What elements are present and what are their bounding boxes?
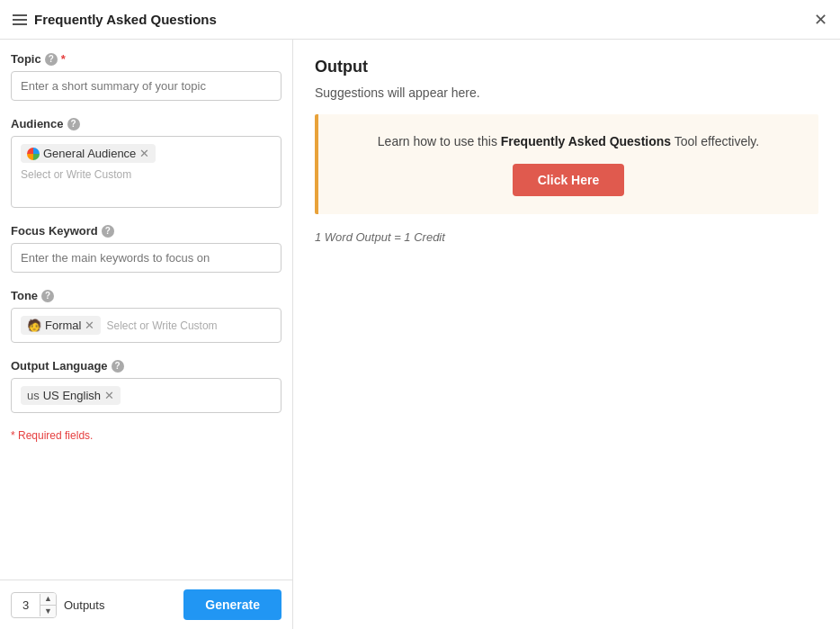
focus-keyword-input[interactable] xyxy=(11,243,281,273)
topic-help-icon[interactable]: ? xyxy=(45,53,58,66)
output-language-section: Output Language ? us US English ✕ xyxy=(11,359,281,413)
focus-keyword-section: Focus Keyword ? xyxy=(11,224,281,273)
credit-note: 1 Word Output = 1 Credit xyxy=(315,230,818,244)
right-panel: Output Suggestions will appear here. Lea… xyxy=(293,40,840,629)
audience-tag-box[interactable]: General Audience ✕ Select or Write Custo… xyxy=(11,136,281,208)
tone-help-icon[interactable]: ? xyxy=(41,290,54,302)
audience-tag-remove[interactable]: ✕ xyxy=(139,148,149,159)
click-here-button[interactable]: Click Here xyxy=(513,164,624,196)
audience-tag-general: General Audience ✕ xyxy=(21,144,156,163)
title-bar: Frequently Asked Questions ✕ xyxy=(0,0,840,40)
us-flag-icon: us xyxy=(27,389,40,402)
language-tag-text: US English xyxy=(43,389,101,402)
hamburger-icon[interactable] xyxy=(13,14,27,25)
tone-tag-formal: 🧑 Formal ✕ xyxy=(21,316,101,335)
suggestions-text: Suggestions will appear here. xyxy=(315,85,818,100)
topic-required-star: * xyxy=(61,52,66,66)
language-tag-remove[interactable]: ✕ xyxy=(104,390,114,401)
audience-tag-row: General Audience ✕ xyxy=(21,144,272,163)
focus-keyword-label: Focus Keyword ? xyxy=(11,224,281,238)
output-language-label: Output Language ? xyxy=(11,359,281,373)
outputs-label: Outputs xyxy=(64,598,105,612)
language-tag-box[interactable]: us US English ✕ xyxy=(11,378,281,413)
tone-tag-text: Formal xyxy=(45,319,81,332)
tone-section: Tone ? 🧑 Formal ✕ Select or Write Custom xyxy=(11,289,281,343)
audience-section: Audience ? General Audience ✕ Select or … xyxy=(11,117,281,208)
globe-icon xyxy=(27,148,40,160)
focus-keyword-help-icon[interactable]: ? xyxy=(102,225,114,238)
output-title: Output xyxy=(315,58,818,76)
topic-section: Topic ? * xyxy=(11,52,281,101)
main-layout: Topic ? * Audience ? General Audience xyxy=(0,40,840,629)
info-box-text: Learn how to use this Frequently Asked Q… xyxy=(378,132,759,151)
left-footer: 3 ▲ ▼ Outputs Generate xyxy=(0,580,292,629)
person-icon: 🧑 xyxy=(27,319,41,332)
left-content: Topic ? * Audience ? General Audience xyxy=(0,40,292,580)
info-box: Learn how to use this Frequently Asked Q… xyxy=(315,114,818,214)
page-title: Frequently Asked Questions xyxy=(34,12,217,27)
tool-name-bold: Frequently Asked Questions xyxy=(501,134,671,148)
output-language-help-icon[interactable]: ? xyxy=(112,360,124,373)
audience-tag-text: General Audience xyxy=(43,147,136,160)
topic-label: Topic ? * xyxy=(11,52,281,66)
language-tag-us-english: us US English ✕ xyxy=(21,386,121,405)
generate-button[interactable]: Generate xyxy=(183,589,281,620)
tone-label: Tone ? xyxy=(11,289,281,302)
stepper-arrows: ▲ ▼ xyxy=(40,593,56,617)
title-bar-left: Frequently Asked Questions xyxy=(13,12,217,27)
tone-tag-remove[interactable]: ✕ xyxy=(85,319,94,331)
outputs-value: 3 xyxy=(12,594,40,616)
audience-placeholder: Select or Write Custom xyxy=(21,168,272,181)
audience-label: Audience ? xyxy=(11,117,281,130)
tone-tag-box[interactable]: 🧑 Formal ✕ Select or Write Custom xyxy=(11,308,281,343)
stepper-down-arrow[interactable]: ▼ xyxy=(40,606,56,617)
stepper-up-arrow[interactable]: ▲ xyxy=(40,593,56,606)
close-button[interactable]: ✕ xyxy=(814,12,827,28)
topic-input[interactable] xyxy=(11,71,281,101)
left-panel: Topic ? * Audience ? General Audience xyxy=(0,40,293,629)
required-note: * Required fields. xyxy=(11,429,281,442)
tone-placeholder: Select or Write Custom xyxy=(106,319,217,332)
outputs-stepper[interactable]: 3 ▲ ▼ xyxy=(11,592,57,618)
audience-help-icon[interactable]: ? xyxy=(67,118,80,130)
